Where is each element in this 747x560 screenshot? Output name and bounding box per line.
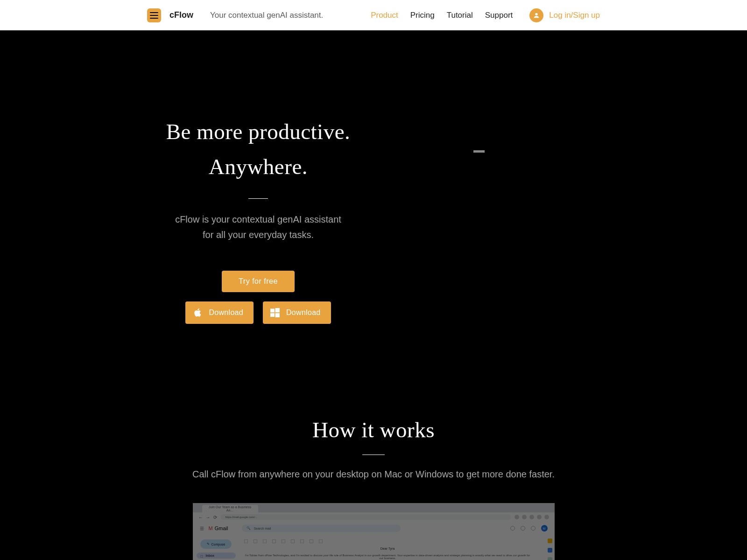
hero-divider	[248, 198, 268, 199]
demo-overlay: Have cFlow respond to emails - your	[193, 503, 555, 560]
try-for-free-button[interactable]: Try for free	[222, 271, 295, 292]
svg-rect-1	[270, 309, 275, 313]
windows-icon	[269, 307, 281, 318]
login-link[interactable]: Log in/Sign up	[549, 11, 600, 20]
how-divider	[362, 455, 385, 455]
svg-rect-3	[270, 313, 275, 317]
demo-screenshot: Join Our Team as a Business An… ← → ⟳ ht…	[193, 503, 555, 560]
how-it-works-section: How it works Call cFlow from anywhere on…	[0, 417, 747, 560]
header-left: cFlow Your contextual genAI assistant.	[147, 8, 323, 22]
svg-point-0	[536, 13, 538, 15]
nav-pricing[interactable]: Pricing	[410, 11, 435, 20]
download-row: Download Download	[185, 301, 331, 324]
nav-product[interactable]: Product	[371, 11, 398, 20]
button-group: Try for free Download	[127, 271, 389, 324]
nav-tutorial[interactable]: Tutorial	[447, 11, 473, 20]
user-icon	[529, 8, 543, 22]
nav-support[interactable]: Support	[485, 11, 513, 20]
svg-rect-2	[275, 308, 280, 313]
hero-subtitle-line2: for all your everyday tasks.	[203, 230, 314, 240]
header-right: Product Pricing Tutorial Support Log in/…	[371, 8, 600, 22]
hero-section: Be more productive. Anywhere. cFlow is y…	[0, 30, 747, 324]
login-section[interactable]: Log in/Sign up	[529, 8, 600, 22]
download-apple-button[interactable]: Download	[185, 301, 254, 324]
hero-content: Be more productive. Anywhere. cFlow is y…	[127, 114, 389, 324]
download-windows-label: Download	[286, 308, 321, 317]
download-windows-button[interactable]: Download	[263, 301, 331, 324]
hero-title-line1: Be more productive.	[166, 119, 351, 144]
svg-rect-4	[275, 313, 280, 317]
video-placeholder	[473, 150, 485, 153]
brand-tagline: Your contextual genAI assistant.	[210, 11, 323, 20]
brand-logo[interactable]	[147, 8, 161, 22]
how-subtitle: Call cFlow from anywhere on your desktop…	[0, 469, 747, 480]
how-title: How it works	[0, 417, 747, 442]
hero-subtitle-line1: cFlow is your contextual genAI assistant	[175, 214, 341, 224]
header-bar: cFlow Your contextual genAI assistant. P…	[0, 0, 747, 30]
logo-icon	[150, 12, 158, 19]
hero-subtitle: cFlow is your contextual genAI assistant…	[127, 212, 389, 243]
hero-title-line2: Anywhere.	[209, 154, 308, 179]
download-apple-label: Download	[209, 308, 243, 317]
brand-name[interactable]: cFlow	[169, 10, 193, 20]
apple-icon	[192, 307, 203, 318]
hero-title: Be more productive. Anywhere.	[127, 114, 389, 184]
